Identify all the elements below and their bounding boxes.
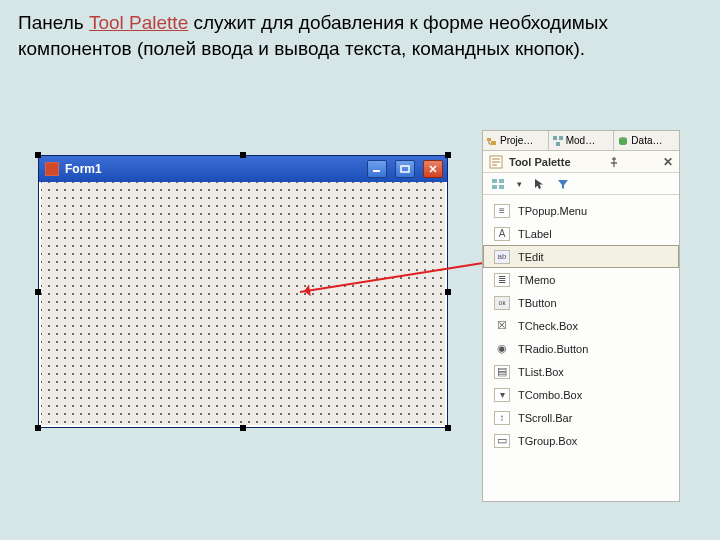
caption-pre: Панель	[18, 12, 89, 33]
data-icon	[618, 136, 628, 146]
palette-item-label: TCheck.Box	[518, 320, 578, 332]
panel-tabs: Proje… Mod… Data…	[483, 131, 679, 151]
form-app-icon	[45, 162, 59, 176]
palette-item-label: TMemo	[518, 274, 555, 286]
pushpin-icon[interactable]	[608, 156, 620, 168]
check-icon	[494, 319, 510, 333]
group-icon	[494, 434, 510, 448]
tab-project[interactable]: Proje…	[483, 131, 549, 150]
form-title: Form1	[65, 162, 102, 176]
palette-item-tedit[interactable]: TEdit	[483, 245, 679, 268]
minimize-button[interactable]	[367, 160, 387, 178]
chevron-down-icon[interactable]: ▾	[517, 179, 522, 189]
scroll-icon	[494, 411, 510, 425]
tab-model-label: Mod…	[566, 135, 595, 146]
model-icon	[553, 136, 563, 146]
palette-item-label: TPopup.Menu	[518, 205, 587, 217]
palette-item-tlabel[interactable]: TLabel	[483, 222, 679, 245]
palette-item-label: TButton	[518, 297, 557, 309]
palette-item-tpopupmenu[interactable]: TPopup.Menu	[483, 199, 679, 222]
svg-rect-2	[487, 138, 491, 141]
palette-item-tgroupbox[interactable]: TGroup.Box	[483, 429, 679, 452]
tool-palette-title: Tool Palette	[509, 156, 571, 168]
palette-item-label: TEdit	[518, 251, 544, 263]
palette-item-label: TRadio.Button	[518, 343, 588, 355]
svg-rect-0	[373, 170, 380, 172]
svg-rect-10	[499, 179, 504, 183]
form-titlebar[interactable]: Form1	[39, 156, 447, 182]
svg-rect-3	[491, 141, 496, 145]
palette-item-tmemo[interactable]: TMemo	[483, 268, 679, 291]
tool-palette-toolbar: ▾	[483, 173, 679, 195]
palette-item-tcheckbox[interactable]: TCheck.Box	[483, 314, 679, 337]
svg-rect-12	[499, 185, 504, 189]
button-icon	[494, 296, 510, 310]
svg-rect-9	[492, 179, 497, 183]
tab-data-label: Data…	[631, 135, 662, 146]
memo-icon	[494, 273, 510, 287]
palette-item-tscrollbar[interactable]: TScroll.Bar	[483, 406, 679, 429]
project-tree-icon	[487, 136, 497, 146]
svg-rect-4	[553, 136, 557, 140]
tab-data[interactable]: Data…	[614, 131, 679, 150]
edit-icon	[494, 250, 510, 264]
palette-item-label: TGroup.Box	[518, 435, 577, 447]
categories-button[interactable]	[491, 177, 505, 191]
menu-icon	[494, 204, 510, 218]
palette-item-label: TScroll.Bar	[518, 412, 572, 424]
slide-caption: Панель Tool Palette служит для добавлени…	[0, 0, 720, 61]
form-design-surface[interactable]	[41, 182, 445, 425]
radio-icon	[494, 342, 510, 356]
svg-rect-6	[556, 142, 560, 146]
svg-rect-1	[401, 166, 409, 172]
palette-item-label: TList.Box	[518, 366, 564, 378]
palette-item-tbutton[interactable]: TButton	[483, 291, 679, 314]
tool-palette-panel: Proje… Mod… Data… Tool Palette ✕ ▾	[482, 130, 680, 502]
palette-item-label: TCombo.Box	[518, 389, 582, 401]
palette-item-tlistbox[interactable]: TList.Box	[483, 360, 679, 383]
filter-icon[interactable]	[556, 177, 570, 191]
palette-item-label: TLabel	[518, 228, 552, 240]
svg-rect-5	[559, 136, 563, 140]
combo-icon	[494, 388, 510, 402]
pointer-tool-icon[interactable]	[532, 177, 546, 191]
tool-palette-icon	[489, 155, 503, 169]
tab-model[interactable]: Mod…	[549, 131, 615, 150]
tab-project-label: Proje…	[500, 135, 533, 146]
caption-highlight: Tool Palette	[89, 12, 188, 33]
panel-close-icon[interactable]: ✕	[663, 155, 673, 169]
list-icon	[494, 365, 510, 379]
palette-list: TPopup.MenuTLabelTEditTMemoTButtonTCheck…	[483, 195, 679, 458]
svg-rect-11	[492, 185, 497, 189]
label-icon	[494, 227, 510, 241]
tool-palette-header: Tool Palette ✕	[483, 151, 679, 173]
form-designer-window[interactable]: Form1	[38, 155, 448, 428]
close-button[interactable]	[423, 160, 443, 178]
palette-item-tcombobox[interactable]: TCombo.Box	[483, 383, 679, 406]
palette-item-tradiobutton[interactable]: TRadio.Button	[483, 337, 679, 360]
maximize-button[interactable]	[395, 160, 415, 178]
